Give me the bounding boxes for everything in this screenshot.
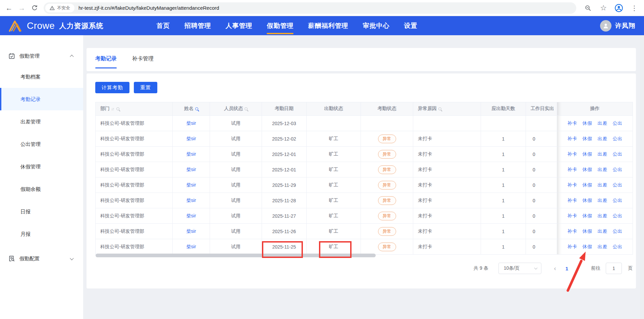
reset-button[interactable]: 重置 xyxy=(134,82,157,93)
cell-abnormal-reason: 未打卡 xyxy=(413,177,481,193)
nav-item-6[interactable]: 设置 xyxy=(404,16,417,35)
nav-item-0[interactable]: 首页 xyxy=(156,16,170,35)
action-link-3[interactable]: 公出 xyxy=(613,213,623,218)
user-menu[interactable]: 许凤翔 xyxy=(600,20,644,32)
tabs-bar: 考勤记录 补卡管理 xyxy=(87,48,636,71)
sidebar-item-0[interactable]: 考勤档案 xyxy=(0,65,83,88)
action-link-2[interactable]: 出差 xyxy=(598,213,607,218)
sidebar-item-3[interactable]: 公出管理 xyxy=(0,133,83,155)
action-link-3[interactable]: 公出 xyxy=(613,167,623,172)
search-icon[interactable] xyxy=(116,107,119,110)
calculate-attendance-button[interactable]: 计算考勤 xyxy=(95,82,129,93)
security-chip[interactable]: 不安全 xyxy=(45,4,74,12)
cell-workday-actual: 0 xyxy=(526,162,557,177)
sidebar-group-label: 假勤管理 xyxy=(19,53,40,59)
action-link-0[interactable]: 补卡 xyxy=(568,198,577,203)
browser-reload-button[interactable] xyxy=(28,2,41,14)
action-link-0[interactable]: 补卡 xyxy=(568,136,577,141)
search-icon[interactable] xyxy=(245,107,248,110)
action-link-2[interactable]: 出差 xyxy=(598,198,607,203)
action-link-0[interactable]: 补卡 xyxy=(568,182,577,188)
url-bar[interactable]: 不安全 hr-test.zjf-it.cn/#/fakeDuty/fakeDut… xyxy=(44,2,576,14)
cell-abnormal-reason: 未打卡 xyxy=(413,239,481,255)
sidebar-item-1[interactable]: 考勤记录 xyxy=(0,88,83,110)
action-link-1[interactable]: 休假 xyxy=(583,136,592,141)
search-icon[interactable] xyxy=(195,107,198,110)
action-link-0[interactable]: 补卡 xyxy=(568,228,577,234)
action-link-1[interactable]: 休假 xyxy=(583,120,592,126)
employee-name-link[interactable]: 柴sir xyxy=(186,182,196,188)
current-page-number[interactable]: 1 xyxy=(566,266,568,271)
nav-item-1[interactable]: 招聘管理 xyxy=(184,16,211,35)
column-header-9: 操作 xyxy=(557,102,633,116)
sidebar-group-config[interactable]: 假勤配置 xyxy=(0,249,83,268)
employee-name-link[interactable]: 柴sir xyxy=(186,198,196,203)
browser-profile-button[interactable] xyxy=(612,2,625,14)
employee-name-link[interactable]: 柴sir xyxy=(186,120,196,126)
action-link-0[interactable]: 补卡 xyxy=(568,244,577,249)
goto-page-input[interactable] xyxy=(606,263,622,274)
bookmark-star-button[interactable]: ☆ xyxy=(597,2,610,14)
sort-icon[interactable]: ↓↑ xyxy=(111,107,114,111)
action-link-3[interactable]: 公出 xyxy=(613,244,623,249)
action-link-2[interactable]: 出差 xyxy=(598,136,607,141)
action-link-0[interactable]: 补卡 xyxy=(568,213,577,218)
action-link-0[interactable]: 补卡 xyxy=(568,167,577,172)
action-link-2[interactable]: 出差 xyxy=(598,182,607,188)
action-link-3[interactable]: 公出 xyxy=(613,198,623,203)
search-icon[interactable] xyxy=(438,107,441,110)
tab-attendance-record[interactable]: 考勤记录 xyxy=(95,48,117,71)
action-link-3[interactable]: 公出 xyxy=(613,136,623,141)
nav-item-3[interactable]: 假勤管理 xyxy=(267,16,293,35)
browser-forward-button[interactable]: → xyxy=(15,2,28,14)
action-link-1[interactable]: 休假 xyxy=(583,244,592,249)
sidebar-group-attendance[interactable]: 假勤管理 xyxy=(0,47,83,65)
employee-name-link[interactable]: 柴sir xyxy=(186,228,196,234)
action-link-0[interactable]: 补卡 xyxy=(568,120,577,126)
browser-toolbar: ← → 不安全 hr-test.zjf-it.cn/#/fakeDuty/fak… xyxy=(0,0,644,16)
zoom-out-page-icon[interactable] xyxy=(582,2,594,14)
sidebar-group-label: 假勤配置 xyxy=(19,256,40,262)
action-link-2[interactable]: 出差 xyxy=(598,151,607,157)
tab-card-replacement[interactable]: 补卡管理 xyxy=(132,48,154,71)
employee-name-link[interactable]: 柴sir xyxy=(186,136,196,141)
abnormal-badge: 异常 xyxy=(378,227,396,236)
action-link-2[interactable]: 出差 xyxy=(598,167,607,172)
action-link-2[interactable]: 出差 xyxy=(598,228,607,234)
horizontal-scrollbar-thumb[interactable] xyxy=(96,254,376,257)
page-size-select[interactable]: 10条/页 xyxy=(498,263,541,274)
action-link-0[interactable]: 补卡 xyxy=(568,151,577,157)
prev-page-button[interactable]: ‹ xyxy=(554,265,556,272)
cell-workday-actual: 0 xyxy=(526,131,557,147)
action-link-1[interactable]: 休假 xyxy=(583,228,592,234)
action-link-1[interactable]: 休假 xyxy=(583,213,592,218)
employee-name-link[interactable]: 柴sir xyxy=(186,213,196,218)
nav-item-4[interactable]: 薪酬福利管理 xyxy=(308,16,348,35)
sidebar-item-7[interactable]: 月报 xyxy=(0,223,83,245)
employee-name-link[interactable]: 柴sir xyxy=(186,167,196,172)
action-link-3[interactable]: 公出 xyxy=(613,151,623,157)
action-link-2[interactable]: 出差 xyxy=(598,244,607,249)
action-link-3[interactable]: 公出 xyxy=(613,228,623,234)
employee-name-link[interactable]: 柴sir xyxy=(186,151,196,157)
employee-name-link[interactable]: 柴sir xyxy=(186,244,196,249)
column-header-1: 姓名 xyxy=(173,102,210,116)
action-link-1[interactable]: 休假 xyxy=(583,198,592,203)
nav-item-2[interactable]: 人事管理 xyxy=(225,16,252,35)
action-link-2[interactable]: 出差 xyxy=(598,120,607,126)
sidebar-item-2[interactable]: 出差管理 xyxy=(0,110,83,133)
sidebar-item-5[interactable]: 假期余额 xyxy=(0,178,83,200)
action-link-3[interactable]: 公出 xyxy=(613,182,623,188)
cell-name: 柴sir xyxy=(173,162,210,177)
action-link-1[interactable]: 休假 xyxy=(583,182,592,188)
browser-menu-button[interactable]: ⋮ xyxy=(628,2,641,14)
action-link-3[interactable]: 公出 xyxy=(613,120,623,126)
browser-back-button[interactable]: ← xyxy=(3,2,15,14)
sidebar-item-4[interactable]: 休假管理 xyxy=(0,155,83,178)
action-link-1[interactable]: 休假 xyxy=(583,167,592,172)
sidebar-item-6[interactable]: 日报 xyxy=(0,200,83,223)
vertical-scrollbar[interactable] xyxy=(640,35,644,319)
action-link-1[interactable]: 休假 xyxy=(583,151,592,157)
cell-staff-status: 试用 xyxy=(210,193,262,208)
nav-item-5[interactable]: 审批中心 xyxy=(363,16,389,35)
